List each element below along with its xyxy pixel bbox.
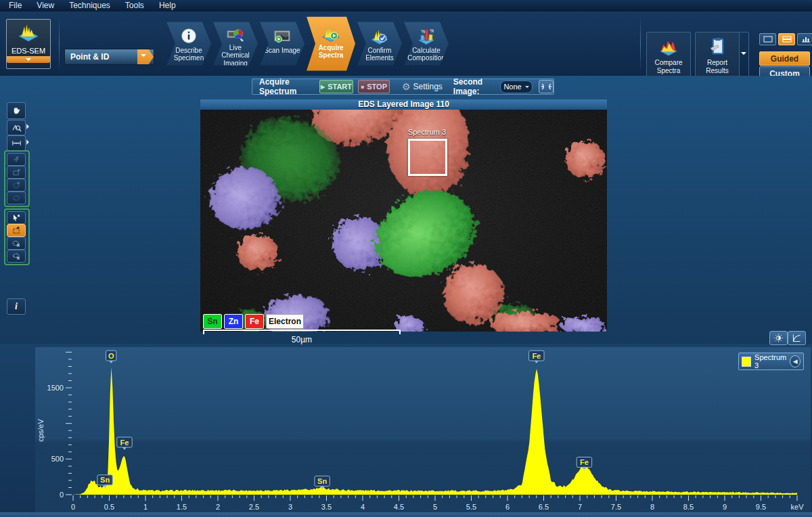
menu-file[interactable]: File xyxy=(3,0,28,12)
acquire-spectra-icon xyxy=(321,24,341,44)
remove-ellipse-select-tool-button[interactable] xyxy=(7,237,26,250)
report-results-button[interactable]: Report Results xyxy=(695,32,740,78)
freehand-marker-tool-button[interactable] xyxy=(7,192,26,204)
legend-series-name: Spectrum 3 xyxy=(754,353,786,369)
svg-text:%: % xyxy=(422,29,426,34)
settings-label: Settings xyxy=(413,82,442,91)
stop-button[interactable]: ■ STOP xyxy=(358,80,389,93)
mirror-view-button[interactable] xyxy=(539,80,554,93)
svg-text:7.5: 7.5 xyxy=(611,503,621,511)
layered-image[interactable]: Spectrum 3 SnZnFeElectron xyxy=(200,110,607,332)
spectrum-chart-panel: 00.511.522.533.544.555.566.577.588.599.5… xyxy=(35,347,811,512)
zoom-area-icon xyxy=(12,122,22,133)
workflow-calculate-composition[interactable]: %%Calculate Composition xyxy=(404,22,449,66)
workflow-step-label: Scan Image xyxy=(263,47,301,55)
spectrum-marker-box[interactable] xyxy=(408,139,447,176)
ellipse-marker-tool-button[interactable] xyxy=(7,179,26,192)
layer-chip-fe[interactable]: Fe xyxy=(245,314,264,329)
compare-spectra-label: Compare Spectra xyxy=(650,59,687,75)
svg-text:6: 6 xyxy=(505,503,510,511)
svg-text:Fe: Fe xyxy=(532,352,541,360)
info-button[interactable]: i xyxy=(7,298,26,315)
particle-blob xyxy=(566,141,605,179)
eds-sem-application-window: FileViewTechniquesToolsHelp EDS-SEM Poin… xyxy=(0,0,812,517)
compare-spectra-icon xyxy=(658,36,679,58)
menu-tools[interactable]: Tools xyxy=(119,0,150,12)
view-layout-toggles xyxy=(759,33,812,45)
report-results-dropdown[interactable] xyxy=(738,32,749,78)
scan-image-icon xyxy=(273,26,292,47)
report-results-icon xyxy=(707,36,727,58)
gamma-curve-button[interactable] xyxy=(788,331,806,345)
workflow-scan-image[interactable]: Scan Image xyxy=(260,22,304,66)
workflow-confirm-elements[interactable]: Confirm Elements xyxy=(357,22,402,66)
start-button[interactable]: ▶ START xyxy=(319,80,354,93)
spectrum-chart[interactable]: 00.511.522.533.544.555.566.577.588.599.5… xyxy=(35,347,811,512)
svg-text:7: 7 xyxy=(578,503,582,511)
zoom-region-tool-button[interactable] xyxy=(7,120,26,135)
svg-text:1500: 1500 xyxy=(47,384,64,392)
menu-help[interactable]: Help xyxy=(153,0,182,12)
svg-text:2: 2 xyxy=(216,503,220,511)
workflow-describe-specimen[interactable]: Describe Specimen xyxy=(166,22,211,66)
rectangle-select-tool-button[interactable] xyxy=(7,224,26,237)
svg-text:500: 500 xyxy=(51,455,64,463)
zoom-tool-flyout-arrow[interactable] xyxy=(26,124,32,129)
ribbon: EDS-SEM Point & ID Describe SpecimenLive… xyxy=(0,12,812,76)
layout-single-pane-button[interactable] xyxy=(759,33,776,45)
layer-chip-electron[interactable]: Electron xyxy=(266,314,304,329)
workflow-step-label: Acquire Spectra xyxy=(312,44,350,60)
chevron-down-icon xyxy=(26,58,31,64)
technique-dropdown-arrow[interactable] xyxy=(137,49,154,64)
acquire-toolbar-title: Acquire Spectrum xyxy=(259,77,311,96)
measure-tool-flyout-arrow[interactable] xyxy=(26,139,32,145)
layer-chip-sn[interactable]: Sn xyxy=(203,314,222,329)
info-icon xyxy=(180,26,198,47)
svg-text:3.5: 3.5 xyxy=(321,503,332,511)
workflow-acquire-spectra[interactable]: Acquire Spectra xyxy=(307,17,355,71)
settings-button[interactable]: ⚙ Settings xyxy=(402,82,443,91)
technique-dropdown[interactable]: Point & ID xyxy=(64,49,154,65)
svg-text:1: 1 xyxy=(143,503,148,511)
compare-spectra-button[interactable]: Compare Spectra xyxy=(646,32,691,78)
svg-text:8.5: 8.5 xyxy=(683,503,694,511)
svg-text:0: 0 xyxy=(60,491,64,499)
layout-split-pane-button[interactable] xyxy=(778,33,795,45)
confirm-elements-icon xyxy=(369,26,390,47)
menu-techniques[interactable]: Techniques xyxy=(63,0,116,12)
status-strip xyxy=(0,512,812,517)
svg-text:9: 9 xyxy=(723,503,727,511)
gear-icon: ⚙ xyxy=(402,82,411,91)
remove-freehand-select-tool-button[interactable] xyxy=(7,250,26,263)
app-button-eds-sem[interactable]: EDS-SEM xyxy=(6,19,51,69)
peak-label-fe: Fe xyxy=(577,457,591,470)
brightness-icon xyxy=(774,334,783,342)
guided-mode-button[interactable]: Guided xyxy=(759,51,810,66)
chart-legend: Spectrum 3 ◀ xyxy=(738,353,804,370)
rectangle-select-icon xyxy=(12,226,21,235)
layer-chip-zn[interactable]: Zn xyxy=(224,314,243,329)
app-button-dropdown[interactable] xyxy=(7,56,50,63)
point-marker-tool-button[interactable] xyxy=(7,153,26,166)
second-image-dropdown[interactable]: None xyxy=(500,81,533,93)
workflow-live-chemical-imaging[interactable]: Live Chemical Imaging xyxy=(213,22,258,66)
legend-collapse-button[interactable]: ◀ xyxy=(790,355,800,367)
brightness-contrast-button[interactable] xyxy=(769,331,788,345)
pan-tool-button[interactable] xyxy=(7,102,26,119)
svg-text:cps/eV: cps/eV xyxy=(37,419,45,442)
info-icon: i xyxy=(15,301,18,312)
measure-tool-button[interactable] xyxy=(7,135,26,151)
menu-bar: FileViewTechniquesToolsHelp xyxy=(0,0,812,12)
select-marker-tool-button[interactable] xyxy=(7,211,26,224)
svg-text:2.5: 2.5 xyxy=(249,503,259,511)
rectangle-marker-tool-button[interactable] xyxy=(7,166,26,179)
stop-button-label: STOP xyxy=(367,83,387,91)
svg-text:1.5: 1.5 xyxy=(177,503,187,511)
svg-text:Fe: Fe xyxy=(580,458,589,466)
chevron-down-icon xyxy=(525,86,529,90)
calc-comp-icon: %% xyxy=(416,26,436,47)
layout-chart-pane-button[interactable] xyxy=(797,33,812,45)
menu-view[interactable]: View xyxy=(30,0,60,12)
svg-text:0.5: 0.5 xyxy=(104,503,114,511)
freehand-remove-icon xyxy=(12,252,21,261)
